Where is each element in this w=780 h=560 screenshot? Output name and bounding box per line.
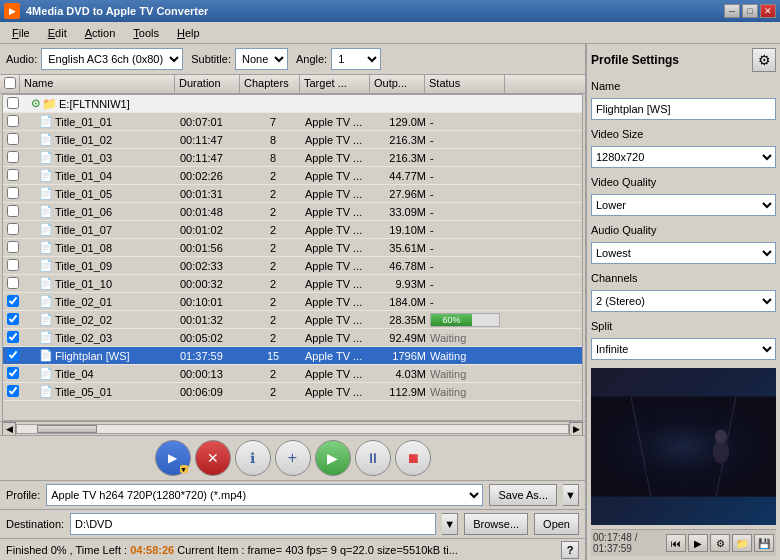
menu-bar: File Edit Action Tools Help: [0, 22, 780, 44]
save-as-button[interactable]: Save As...: [489, 484, 557, 506]
pause-button[interactable]: ⏸: [355, 440, 391, 476]
scrollbar-track[interactable]: [16, 424, 569, 434]
row-status: -: [428, 260, 508, 272]
video-rewind-button[interactable]: ⏮: [666, 534, 686, 552]
profile-dropdown-btn[interactable]: ▼: [563, 484, 579, 506]
row-checkbox[interactable]: [7, 205, 19, 217]
start-button[interactable]: ▶ ▼: [155, 440, 191, 476]
menu-file[interactable]: File: [4, 25, 38, 41]
table-row[interactable]: 📄Title_05_01 00:06:09 2 Apple TV ... 112…: [3, 383, 582, 401]
row-checkbox[interactable]: [7, 169, 19, 181]
row-checkbox[interactable]: [7, 187, 19, 199]
table-row[interactable]: 📄Title_01_07 00:01:02 2 Apple TV ... 19.…: [3, 221, 582, 239]
video-play-button[interactable]: ▶: [688, 534, 708, 552]
gear-button[interactable]: ⚙: [752, 48, 776, 72]
row-checkbox[interactable]: [7, 313, 19, 325]
row-chapters: 2: [243, 260, 303, 272]
row-checkbox[interactable]: [7, 277, 19, 289]
table-row[interactable]: 📄Title_01_08 00:01:56 2 Apple TV ... 35.…: [3, 239, 582, 257]
play-button[interactable]: ▶: [315, 440, 351, 476]
end-button[interactable]: ⏹: [395, 440, 431, 476]
info-button[interactable]: ℹ: [235, 440, 271, 476]
scroll-right-btn[interactable]: ▶: [569, 422, 583, 436]
table-row[interactable]: 📄Title_01_03 00:11:47 8 Apple TV ... 216…: [3, 149, 582, 167]
table-row[interactable]: 📄Title_01_04 00:02:26 2 Apple TV ... 44.…: [3, 167, 582, 185]
audio-quality-select[interactable]: Lowest: [591, 242, 776, 264]
table-row[interactable]: 📄Title_02_02 00:01:32 2 Apple TV ... 28.…: [3, 311, 582, 329]
profile-bar: Profile: Apple TV h264 720P(1280*720) (*…: [0, 480, 585, 509]
table-row[interactable]: ⊙ 📁 E:[FLTNNIW1]: [3, 95, 582, 113]
row-checkbox[interactable]: [7, 151, 19, 163]
row-duration: 00:01:31: [178, 188, 243, 200]
row-name: 📄Title_01_09: [23, 259, 178, 272]
video-size-select[interactable]: 1280x720: [591, 146, 776, 168]
row-name: 📄Title_01_01: [23, 115, 178, 128]
table-row[interactable]: 📄Title_02_01 00:10:01 2 Apple TV ... 184…: [3, 293, 582, 311]
row-checkbox[interactable]: [7, 295, 19, 307]
row-checkbox[interactable]: [7, 241, 19, 253]
header-target: Target ...: [300, 75, 370, 93]
menu-action[interactable]: Action: [77, 25, 124, 41]
row-checkbox[interactable]: [7, 133, 19, 145]
scrollbar-thumb[interactable]: [37, 425, 97, 433]
table-row[interactable]: 📄Title_01_09 00:02:33 2 Apple TV ... 46.…: [3, 257, 582, 275]
profile-select[interactable]: Apple TV h264 720P(1280*720) (*.mp4): [46, 484, 483, 506]
name-input[interactable]: Flightplan [WS]: [591, 98, 776, 120]
select-all-checkbox[interactable]: [4, 77, 16, 89]
row-checkbox[interactable]: [7, 223, 19, 235]
row-checkbox[interactable]: [7, 97, 19, 109]
row-status: -: [428, 188, 508, 200]
video-quality-select[interactable]: Lower: [591, 194, 776, 216]
row-checkbox[interactable]: [7, 385, 19, 397]
subtitle-select[interactable]: None: [235, 48, 288, 70]
angle-select[interactable]: 1: [331, 48, 381, 70]
split-select[interactable]: Infinite: [591, 338, 776, 360]
menu-edit[interactable]: Edit: [40, 25, 75, 41]
scroll-left-btn[interactable]: ◀: [2, 422, 16, 436]
menu-help[interactable]: Help: [169, 25, 208, 41]
row-duration: 00:02:26: [178, 170, 243, 182]
row-chapters: 2: [243, 368, 303, 380]
open-button[interactable]: Open: [534, 513, 579, 535]
destination-dropdown-btn[interactable]: ▼: [442, 513, 458, 535]
row-name: 📄Flightplan [WS]: [23, 349, 178, 362]
row-chapters: 2: [243, 314, 303, 326]
row-checkbox[interactable]: [7, 367, 19, 379]
settings-icon-btn[interactable]: ⚙: [710, 534, 730, 552]
table-row[interactable]: 📄Title_01_01 00:07:01 7 Apple TV ... 129…: [3, 113, 582, 131]
row-output: 35.61M: [373, 242, 428, 254]
destination-input[interactable]: D:\DVD: [70, 513, 436, 535]
maximize-button[interactable]: □: [742, 4, 758, 18]
table-row[interactable]: 📄Title_01_05 00:01:31 2 Apple TV ... 27.…: [3, 185, 582, 203]
row-checkbox[interactable]: [7, 259, 19, 271]
table-row[interactable]: 📄Title_02_03 00:05:02 2 Apple TV ... 92.…: [3, 329, 582, 347]
close-button[interactable]: ✕: [760, 4, 776, 18]
save-icon-btn[interactable]: 💾: [754, 534, 774, 552]
table-row[interactable]: 📄Title_01_02 00:11:47 8 Apple TV ... 216…: [3, 131, 582, 149]
channels-select[interactable]: 2 (Stereo): [591, 290, 776, 312]
table-row[interactable]: 📄Flightplan [WS] 01:37:59 15 Apple TV ..…: [3, 347, 582, 365]
audio-select[interactable]: English AC3 6ch (0x80): [41, 48, 183, 70]
table-row[interactable]: 📄Title_01_06 00:01:48 2 Apple TV ... 33.…: [3, 203, 582, 221]
row-checkbox[interactable]: [7, 331, 19, 343]
row-target: Apple TV ...: [303, 350, 373, 362]
table-row[interactable]: 📄Title_04 00:00:13 2 Apple TV ... 4.03M …: [3, 365, 582, 383]
row-checkbox[interactable]: [7, 115, 19, 127]
stop-button[interactable]: ✕: [195, 440, 231, 476]
row-checkbox[interactable]: [7, 349, 19, 361]
add-button[interactable]: +: [275, 440, 311, 476]
minimize-button[interactable]: ─: [724, 4, 740, 18]
video-time-display: 00:17:48 / 01:37:59: [593, 532, 666, 554]
menu-tools[interactable]: Tools: [125, 25, 167, 41]
table-row[interactable]: 📄Title_01_10 00:00:32 2 Apple TV ... 9.9…: [3, 275, 582, 293]
folder-icon-btn[interactable]: 📁: [732, 534, 752, 552]
row-chapters: 15: [243, 350, 303, 362]
row-name: 📄Title_04: [23, 367, 178, 380]
angle-group: Angle: 1: [296, 48, 381, 70]
browse-button[interactable]: Browse...: [464, 513, 528, 535]
horizontal-scrollbar[interactable]: ◀ ▶: [0, 421, 585, 435]
row-target: Apple TV ...: [303, 260, 373, 272]
file-scroll-area[interactable]: ⊙ 📁 E:[FLTNNIW1] 📄Title_01_01 00:07:01: [2, 94, 583, 421]
main-area: Audio: English AC3 6ch (0x80) Subtitle: …: [0, 44, 780, 560]
help-button[interactable]: ?: [561, 541, 579, 559]
